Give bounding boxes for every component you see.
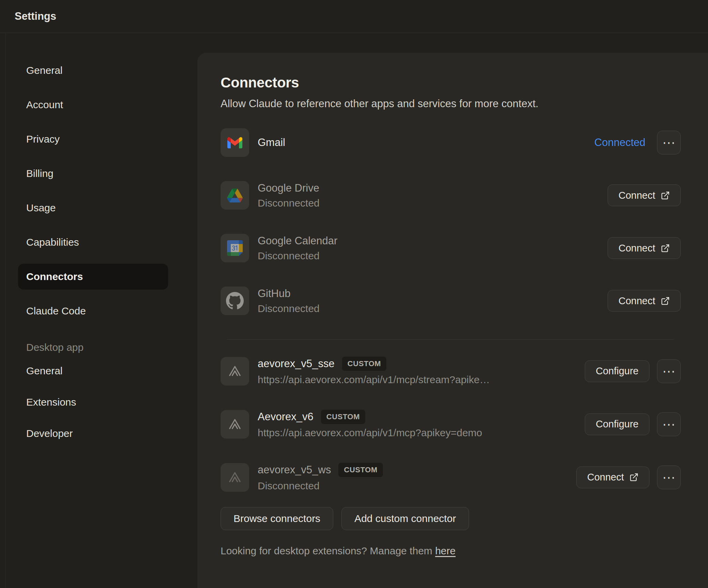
connector-url: https://api.aevorex.com/api/v1/mcp/strea…	[258, 374, 490, 386]
titlebar: Settings	[0, 0, 708, 33]
sidebar-item-account[interactable]: Account	[18, 92, 168, 118]
sidebar-item-label: Account	[26, 99, 63, 111]
sidebar-item-capabilities[interactable]: Capabilities	[18, 229, 168, 255]
sidebar-item-label: Developer	[26, 428, 73, 439]
add-custom-connector-label: Add custom connector	[354, 513, 456, 524]
more-options-button[interactable]: ⋯	[657, 412, 681, 436]
footer-text: Looking for desktop extensions? Manage t…	[221, 545, 435, 556]
sidebar-item-extensions[interactable]: Extensions	[18, 389, 168, 415]
google-calendar-icon	[221, 234, 249, 262]
connector-status: Disconnected	[258, 197, 320, 209]
sidebar-item-label: Billing	[26, 168, 53, 179]
google-drive-icon	[221, 181, 249, 210]
sidebar-item-label: General	[26, 65, 63, 76]
connector-url: https://api.aevorex.com/api/v1/mcp?apike…	[258, 427, 482, 439]
browse-connectors-button[interactable]: Browse connectors	[221, 507, 333, 530]
configure-button[interactable]: Configure	[585, 360, 649, 382]
custom-badge: CUSTOM	[342, 357, 387, 371]
connector-row-google-drive: Google Drive Disconnected Connect	[221, 181, 681, 210]
connect-button[interactable]: Connect	[576, 467, 649, 488]
connect-button[interactable]: Connect	[608, 184, 681, 206]
left-edge-divider	[5, 33, 6, 588]
ellipsis-icon: ⋯	[662, 471, 675, 484]
external-link-icon	[661, 296, 670, 306]
sidebar-item-privacy[interactable]: Privacy	[18, 126, 168, 152]
more-options-button[interactable]: ⋯	[657, 131, 681, 154]
connect-button[interactable]: Connect	[608, 237, 681, 259]
connect-button-label: Connect	[587, 472, 624, 483]
connector-name: GitHub	[258, 288, 320, 300]
sidebar-item-billing[interactable]: Billing	[18, 161, 168, 186]
connector-status: Disconnected	[258, 250, 337, 262]
ellipsis-icon: ⋯	[662, 418, 675, 431]
connector-row-aevorex-v5-ws: aevorex_v5_ws CUSTOM Disconnected Connec…	[221, 463, 681, 492]
gmail-icon	[221, 128, 249, 157]
aevorex-logo-icon	[221, 410, 249, 439]
add-custom-connector-button[interactable]: Add custom connector	[341, 507, 469, 530]
connector-row-aevorex-v6: Aevorex_v6 CUSTOM https://api.aevorex.co…	[221, 410, 681, 439]
connector-status: Disconnected	[258, 480, 383, 492]
connector-name: Aevorex_v6	[258, 411, 313, 423]
manage-extensions-link[interactable]: here	[435, 545, 455, 556]
desktop-extensions-note: Looking for desktop extensions? Manage t…	[221, 545, 681, 557]
browse-connectors-label: Browse connectors	[234, 513, 320, 524]
sidebar-item-connectors[interactable]: Connectors	[18, 264, 168, 290]
connector-name: aevorex_v5_sse	[258, 358, 335, 370]
connector-row-google-calendar: Google Calendar Disconnected Connect	[221, 234, 681, 262]
connector-row-gmail: Gmail Connected ⋯	[221, 128, 681, 157]
panel-title: Connectors	[221, 75, 681, 91]
sidebar-item-label: Extensions	[26, 396, 76, 408]
external-link-icon	[661, 191, 670, 200]
sidebar-item-label: Usage	[26, 202, 56, 214]
github-icon	[221, 287, 249, 315]
more-options-button[interactable]: ⋯	[657, 466, 681, 489]
configure-button[interactable]: Configure	[585, 413, 649, 435]
connector-row-aevorex-v5-sse: aevorex_v5_sse CUSTOM https://api.aevore…	[221, 357, 681, 386]
section-divider	[227, 339, 674, 340]
panel-subtitle: Allow Claude to reference other apps and…	[221, 98, 681, 110]
sidebar-item-label: Claude Code	[26, 305, 86, 317]
aevorex-logo-icon	[221, 357, 249, 386]
connectors-panel: Connectors Allow Claude to reference oth…	[197, 53, 708, 588]
configure-button-label: Configure	[596, 419, 639, 430]
custom-badge: CUSTOM	[321, 410, 366, 424]
sidebar-item-claude-code[interactable]: Claude Code	[18, 298, 168, 324]
connect-button-label: Connect	[618, 243, 655, 254]
connector-name: Gmail	[258, 136, 285, 149]
configure-button-label: Configure	[596, 365, 639, 377]
sidebar-item-usage[interactable]: Usage	[18, 195, 168, 221]
connector-name: Google Calendar	[258, 235, 337, 247]
sidebar-section-desktop-app: Desktop app	[18, 342, 197, 353]
connect-button-label: Connect	[618, 295, 655, 307]
sidebar-item-desktop-general[interactable]: General	[18, 358, 168, 384]
page-title: Settings	[15, 10, 56, 22]
more-options-button[interactable]: ⋯	[657, 359, 681, 383]
ellipsis-icon: ⋯	[662, 365, 675, 378]
aevorex-logo-icon	[221, 463, 249, 492]
sidebar-item-general[interactable]: General	[18, 58, 168, 83]
connect-button-label: Connect	[618, 190, 655, 201]
connector-row-github: GitHub Disconnected Connect	[221, 287, 681, 315]
custom-badge: CUSTOM	[338, 463, 383, 477]
sidebar: General Account Privacy Billing Usage Ca…	[0, 33, 197, 588]
sidebar-item-label: General	[26, 365, 63, 377]
connector-name: aevorex_v5_ws	[258, 464, 331, 476]
sidebar-item-label: Privacy	[26, 133, 60, 145]
connected-status-link[interactable]: Connected	[594, 136, 645, 149]
connector-name: Google Drive	[258, 182, 320, 194]
connector-status: Disconnected	[258, 303, 320, 314]
sidebar-item-developer[interactable]: Developer	[18, 421, 168, 446]
ellipsis-icon: ⋯	[662, 136, 675, 149]
sidebar-item-label: Connectors	[26, 271, 83, 282]
connect-button[interactable]: Connect	[608, 290, 681, 312]
external-link-icon	[629, 473, 639, 482]
sidebar-item-label: Capabilities	[26, 236, 79, 248]
external-link-icon	[661, 244, 670, 253]
